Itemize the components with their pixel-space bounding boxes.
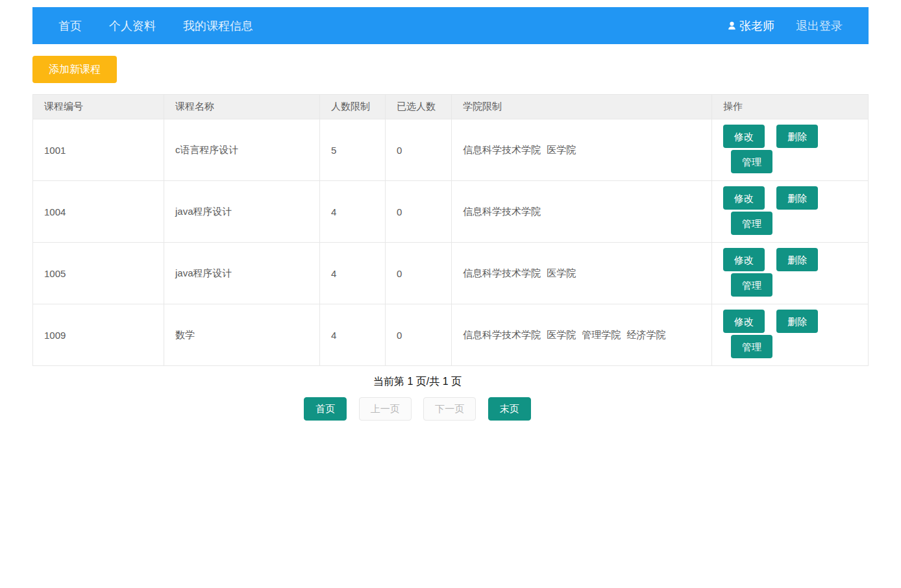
delete-button[interactable]: 删除 bbox=[776, 310, 818, 333]
course-id-cell: 1005 bbox=[33, 243, 164, 304]
actions-cell: 修改 删除 管理 bbox=[712, 181, 869, 243]
user-name: 张老师 bbox=[739, 18, 774, 34]
colleges-cell: 信息科学技术学院 医学院 bbox=[452, 119, 712, 181]
page-container: 首页 个人资料 我的课程信息 张老师 退出登录 添加新课程 课程编号 课程名称 bbox=[0, 0, 901, 421]
selected-cell: 0 bbox=[386, 119, 452, 181]
logout-button[interactable]: 退出登录 bbox=[782, 7, 856, 44]
pager-buttons: 首页 上一页 下一页 末页 bbox=[0, 397, 835, 421]
pagination: 当前第 1 页/共 1 页 首页 上一页 下一页 末页 bbox=[0, 375, 835, 421]
manage-button[interactable]: 管理 bbox=[731, 273, 772, 297]
last-page-button[interactable]: 末页 bbox=[488, 397, 531, 421]
colleges-cell: 信息科学技术学院 医学院 管理学院 经济学院 bbox=[452, 304, 712, 366]
header-limit: 人数限制 bbox=[320, 95, 386, 119]
table-row: 1004 java程序设计 4 0 信息科学技术学院 修改 删除 管理 bbox=[33, 181, 869, 243]
course-table: 课程编号 课程名称 人数限制 已选人数 学院限制 操作 1001 c语言程序设计… bbox=[32, 94, 869, 366]
first-page-button[interactable]: 首页 bbox=[304, 397, 347, 421]
nav-item-profile[interactable]: 个人资料 bbox=[95, 7, 169, 44]
header-course-name: 课程名称 bbox=[164, 95, 320, 119]
limit-cell: 5 bbox=[320, 119, 386, 181]
course-name-cell: c语言程序设计 bbox=[164, 119, 320, 181]
course-id-cell: 1004 bbox=[33, 181, 164, 243]
actions-cell: 修改 删除 管理 bbox=[712, 243, 869, 304]
header-selected: 已选人数 bbox=[386, 95, 452, 119]
nav-right: 张老师 退出登录 bbox=[713, 7, 869, 44]
course-table-header: 课程编号 课程名称 人数限制 已选人数 学院限制 操作 bbox=[33, 95, 869, 119]
add-course-button[interactable]: 添加新课程 bbox=[32, 56, 117, 83]
colleges-cell: 信息科学技术学院 医学院 bbox=[452, 243, 712, 304]
edit-button[interactable]: 修改 bbox=[723, 125, 765, 148]
delete-button[interactable]: 删除 bbox=[776, 248, 818, 271]
actions-cell: 修改 删除 管理 bbox=[712, 119, 869, 181]
prev-page-button[interactable]: 上一页 bbox=[359, 397, 412, 421]
course-name-cell: java程序设计 bbox=[164, 181, 320, 243]
toolbar: 添加新课程 bbox=[32, 56, 869, 83]
user-icon bbox=[727, 21, 737, 31]
course-id-cell: 1009 bbox=[33, 304, 164, 366]
nav-item-home[interactable]: 首页 bbox=[45, 7, 95, 44]
limit-cell: 4 bbox=[320, 181, 386, 243]
user-menu[interactable]: 张老师 bbox=[713, 7, 782, 44]
edit-button[interactable]: 修改 bbox=[723, 186, 765, 210]
course-name-cell: java程序设计 bbox=[164, 243, 320, 304]
edit-button[interactable]: 修改 bbox=[723, 310, 765, 333]
edit-button[interactable]: 修改 bbox=[723, 248, 765, 271]
header-actions: 操作 bbox=[712, 95, 869, 119]
delete-button[interactable]: 删除 bbox=[776, 125, 818, 148]
selected-cell: 0 bbox=[386, 181, 452, 243]
colleges-cell: 信息科学技术学院 bbox=[452, 181, 712, 243]
limit-cell: 4 bbox=[320, 304, 386, 366]
course-id-cell: 1001 bbox=[33, 119, 164, 181]
course-table-body: 1001 c语言程序设计 5 0 信息科学技术学院 医学院 修改 删除 管理 1… bbox=[33, 119, 869, 366]
manage-button[interactable]: 管理 bbox=[731, 335, 772, 358]
header-colleges: 学院限制 bbox=[452, 95, 712, 119]
header-course-id: 课程编号 bbox=[33, 95, 164, 119]
selected-cell: 0 bbox=[386, 304, 452, 366]
table-row: 1001 c语言程序设计 5 0 信息科学技术学院 医学院 修改 删除 管理 bbox=[33, 119, 869, 181]
nav-item-my-courses[interactable]: 我的课程信息 bbox=[169, 7, 267, 44]
manage-button[interactable]: 管理 bbox=[731, 150, 772, 173]
selected-cell: 0 bbox=[386, 243, 452, 304]
limit-cell: 4 bbox=[320, 243, 386, 304]
actions-cell: 修改 删除 管理 bbox=[712, 304, 869, 366]
manage-button[interactable]: 管理 bbox=[731, 212, 772, 235]
next-page-button[interactable]: 下一页 bbox=[423, 397, 476, 421]
nav-left: 首页 个人资料 我的课程信息 bbox=[32, 7, 267, 44]
table-row: 1005 java程序设计 4 0 信息科学技术学院 医学院 修改 删除 管理 bbox=[33, 243, 869, 304]
header-row: 课程编号 课程名称 人数限制 已选人数 学院限制 操作 bbox=[33, 95, 869, 119]
delete-button[interactable]: 删除 bbox=[776, 186, 818, 210]
navbar: 首页 个人资料 我的课程信息 张老师 退出登录 bbox=[32, 7, 869, 44]
course-name-cell: 数学 bbox=[164, 304, 320, 366]
page-status: 当前第 1 页/共 1 页 bbox=[0, 375, 835, 389]
table-row: 1009 数学 4 0 信息科学技术学院 医学院 管理学院 经济学院 修改 删除… bbox=[33, 304, 869, 366]
